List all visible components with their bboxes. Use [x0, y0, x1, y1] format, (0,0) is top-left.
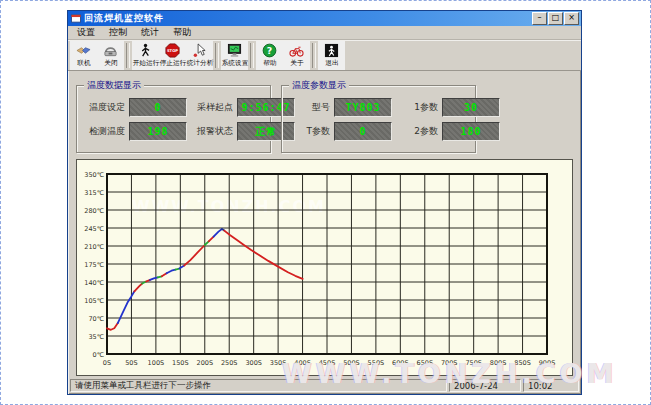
- field-label-measured-temp: 检测温度: [83, 125, 125, 138]
- toolbar-button-label: 关于: [290, 58, 303, 68]
- status-date: 2006-7-24: [449, 379, 521, 392]
- svg-text:100S: 100S: [148, 359, 165, 367]
- toolbar-button-label: 统计分析: [186, 58, 213, 68]
- maximize-button[interactable]: □: [548, 12, 563, 25]
- svg-text:70℃: 70℃: [88, 315, 104, 323]
- svg-text:650S: 650S: [417, 359, 434, 367]
- svg-text:300S: 300S: [245, 359, 262, 367]
- stop-run-button[interactable]: STOP 停止运行: [159, 41, 186, 70]
- svg-text:245℃: 245℃: [84, 225, 104, 233]
- app-window: 回流焊机监控软件 – □ × 设置 控制 统计 帮助 联机 关闭: [67, 10, 582, 395]
- toolbar: 联机 关闭 开始运行 STOP 停止运行: [68, 40, 581, 71]
- svg-text:0℃: 0℃: [93, 351, 104, 359]
- svg-text:250S: 250S: [221, 359, 238, 367]
- svg-text:50S: 50S: [125, 359, 137, 367]
- field-label-sample-start: 采样起点: [191, 101, 233, 114]
- about-button[interactable]: 关于: [283, 41, 310, 70]
- led-temp-setpoint: 0: [129, 98, 187, 117]
- phone-icon: [103, 43, 118, 58]
- temperature-chart: WWW.TONZH.COM0S50S100S150S200S250S300S35…: [76, 159, 573, 376]
- svg-text:700S: 700S: [441, 359, 458, 367]
- menu-item-settings[interactable]: 设置: [70, 26, 102, 39]
- svg-text:900S: 900S: [539, 359, 556, 367]
- exit-button[interactable]: 退出: [318, 41, 345, 70]
- stats-analysis-button[interactable]: 统计分析: [186, 41, 213, 70]
- svg-text:210℃: 210℃: [84, 243, 104, 251]
- connect-button[interactable]: 联机: [70, 41, 97, 70]
- svg-text:750S: 750S: [465, 359, 482, 367]
- svg-text:350℃: 350℃: [84, 171, 104, 179]
- toolbar-button-label: 退出: [325, 58, 338, 68]
- led-param-2: 180: [442, 122, 500, 141]
- app-icon: [71, 14, 81, 23]
- window-title: 回流焊机监控软件: [84, 12, 532, 25]
- svg-text:850S: 850S: [514, 359, 531, 367]
- groupbox-title: 温度数据显示: [84, 80, 144, 91]
- toolbar-separator: [126, 43, 130, 68]
- disconnect-button[interactable]: 关闭: [97, 41, 124, 70]
- bicycle-icon: [289, 43, 304, 58]
- groupbox-title: 温度参数显示: [289, 80, 349, 91]
- start-run-button[interactable]: 开始运行: [132, 41, 159, 70]
- svg-text:800S: 800S: [490, 359, 507, 367]
- monitor-icon: [227, 43, 242, 58]
- led-param-1: 30: [442, 98, 500, 117]
- hand-cursor-icon: [192, 43, 207, 58]
- svg-text:150S: 150S: [172, 359, 189, 367]
- menu-item-stats[interactable]: 统计: [134, 26, 166, 39]
- field-label-param-2: 2参数: [396, 125, 438, 138]
- field-label-model: 型号: [288, 101, 330, 114]
- svg-text:315℃: 315℃: [84, 189, 104, 197]
- close-button[interactable]: ×: [564, 12, 579, 25]
- led-measured-temp: 198: [129, 122, 187, 141]
- menu-item-control[interactable]: 控制: [102, 26, 134, 39]
- handshake-icon: [76, 43, 91, 58]
- svg-text:350S: 350S: [270, 359, 287, 367]
- field-label-param-1: 1参数: [396, 101, 438, 114]
- stop-icon: STOP: [165, 43, 180, 58]
- svg-text:500S: 500S: [343, 359, 360, 367]
- svg-text:STOP: STOP: [167, 49, 178, 53]
- svg-text:550S: 550S: [368, 359, 385, 367]
- svg-text:35℃: 35℃: [88, 333, 104, 341]
- toolbar-button-label: 系统设置: [221, 58, 248, 68]
- toolbar-button-label: 联机: [77, 58, 90, 68]
- toolbar-button-label: 停止运行: [159, 58, 186, 68]
- field-label-temp-setpoint: 温度设定: [83, 101, 125, 114]
- status-message: 请使用菜单或工具栏进行下一步操作: [70, 379, 447, 392]
- toolbar-button-label: 关闭: [104, 58, 117, 68]
- svg-text:?: ?: [267, 45, 272, 56]
- svg-text:175℃: 175℃: [84, 261, 104, 269]
- led-model: TY803: [334, 98, 392, 117]
- svg-text:105℃: 105℃: [84, 297, 104, 305]
- temperature-data-groupbox: 温度数据显示 温度设定 0 采样起点 9:56:47 检测温度 198 报警状态…: [76, 85, 271, 153]
- system-settings-button[interactable]: 系统设置: [221, 41, 248, 70]
- minimize-button[interactable]: –: [532, 12, 547, 25]
- exit-icon: [324, 43, 339, 58]
- statusbar: 请使用菜单或工具栏进行下一步操作 2006-7-24 10:02: [70, 379, 579, 392]
- toolbar-button-label: 帮助: [263, 58, 276, 68]
- svg-text:400S: 400S: [294, 359, 311, 367]
- walking-person-icon: [138, 43, 153, 58]
- svg-text:280℃: 280℃: [84, 207, 104, 215]
- toolbar-button-label: 开始运行: [132, 58, 159, 68]
- svg-text:200S: 200S: [197, 359, 214, 367]
- field-label-alarm-status: 报警状态: [191, 125, 233, 138]
- help-button[interactable]: ? 帮助: [256, 41, 283, 70]
- temperature-params-groupbox: 温度参数显示 型号 TY803 1参数 30 T参数 0 2参数 180: [281, 85, 476, 153]
- menu-item-help[interactable]: 帮助: [166, 26, 198, 39]
- help-icon: ?: [262, 43, 277, 58]
- svg-text:450S: 450S: [319, 359, 336, 367]
- status-time: 10:02: [523, 379, 579, 392]
- titlebar: 回流焊机监控软件 – □ ×: [68, 11, 581, 26]
- svg-text:600S: 600S: [392, 359, 409, 367]
- toolbar-separator: [250, 43, 254, 68]
- toolbar-separator: [215, 43, 219, 68]
- menubar: 设置 控制 统计 帮助: [68, 26, 581, 40]
- led-param-t: 0: [334, 122, 392, 141]
- svg-text:0S: 0S: [103, 359, 111, 367]
- toolbar-separator: [312, 43, 316, 68]
- field-label-param-t: T参数: [288, 125, 330, 138]
- svg-text:140℃: 140℃: [84, 279, 104, 287]
